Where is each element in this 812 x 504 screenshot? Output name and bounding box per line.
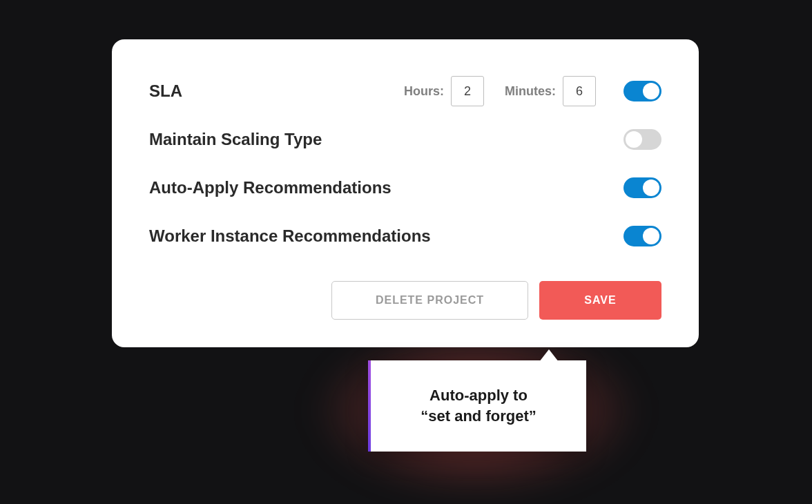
toggle-knob-icon <box>643 228 659 244</box>
toggle-knob-icon <box>626 131 642 148</box>
row-maintain-scaling: Maintain Scaling Type <box>149 115 661 164</box>
sla-hours-item: Hours: <box>404 76 484 106</box>
toggle-knob-icon <box>643 83 659 99</box>
minutes-label: Minutes: <box>505 84 556 99</box>
row-auto-apply: Auto-Apply Recommendations <box>149 164 661 212</box>
worker-instance-toggle[interactable] <box>624 226 661 246</box>
worker-instance-label: Worker Instance Recommendations <box>149 226 431 246</box>
hours-input[interactable] <box>451 76 484 106</box>
hours-label: Hours: <box>404 84 444 99</box>
auto-apply-label: Auto-Apply Recommendations <box>149 178 392 197</box>
sla-label: SLA <box>149 81 182 101</box>
tooltip-pointer-icon <box>539 349 559 362</box>
settings-card: SLA Hours: Minutes: Maintain Scaling Typ… <box>112 39 699 347</box>
save-button[interactable]: SAVE <box>539 281 661 320</box>
minutes-input[interactable] <box>563 76 596 106</box>
tooltip-callout: Auto-apply to “set and forget” <box>368 360 586 452</box>
maintain-scaling-toggle[interactable] <box>624 129 661 150</box>
row-worker-instance: Worker Instance Recommendations <box>149 212 661 260</box>
row-sla: SLA Hours: Minutes: <box>149 67 661 115</box>
toggle-knob-icon <box>643 180 659 196</box>
sla-toggle[interactable] <box>624 81 661 101</box>
sla-minutes-item: Minutes: <box>505 76 596 106</box>
maintain-scaling-label: Maintain Scaling Type <box>149 130 322 149</box>
delete-project-button[interactable]: DELETE PROJECT <box>331 281 528 320</box>
button-row: DELETE PROJECT SAVE <box>149 281 661 320</box>
auto-apply-toggle[interactable] <box>624 177 661 198</box>
sla-time-group: Hours: Minutes: <box>404 76 596 106</box>
tooltip-text: Auto-apply to “set and forget” <box>420 385 536 426</box>
